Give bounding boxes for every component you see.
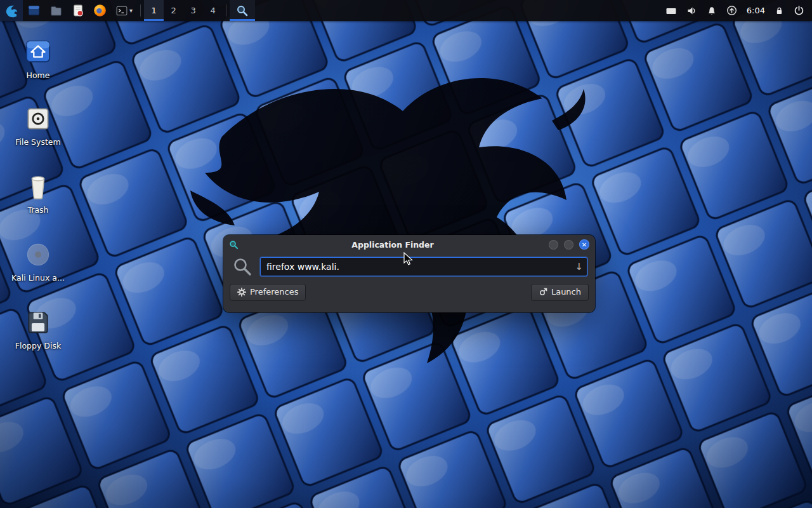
launcher-file-browser[interactable] [45,0,67,21]
folder-icon [49,4,63,17]
volume-icon[interactable] [686,6,697,16]
search-input[interactable] [260,257,587,276]
text-editor-icon [72,4,84,17]
titlebar[interactable]: Application Finder ✕ [223,235,595,254]
launcher-firefox[interactable] [89,0,111,21]
desktop-icon-floppy-disk[interactable]: Floppy Disk [8,309,69,351]
close-button[interactable]: ✕ [579,239,589,250]
terminal-dropdown-chevron-icon[interactable]: ▾ [129,7,133,14]
panel-tray: 6:04 [665,0,812,21]
kali-menu-icon [4,3,19,18]
minimize-button[interactable] [549,240,558,250]
floppy-disk-icon [24,309,52,337]
preferences-button-label: Preferences [250,287,298,298]
applications-menu-button[interactable] [0,0,23,21]
search-row: ↓ [223,254,595,276]
gear-icon [237,288,246,297]
desktop-icon-label: Home [27,70,50,80]
keyboard-layout-icon[interactable] [665,6,677,16]
preferences-button[interactable]: Preferences [230,284,306,301]
application-finder-window: Application Finder ✕ ↓ [223,235,595,312]
panel-separator [226,4,226,17]
desktop-icon-kali-volume[interactable]: Kali Linux a... [8,241,69,283]
clock[interactable]: 6:04 [747,6,765,15]
desktop-icon-file-system[interactable]: File System [8,105,69,147]
launcher-text-editor[interactable] [67,0,89,21]
desktop-icon-label: Floppy Disk [15,341,61,351]
launcher-terminal[interactable]: ▾ [111,0,137,21]
home-folder-icon [23,37,53,66]
kali-volume-icon [24,241,52,269]
desktop-icon-label: Trash [27,205,48,215]
panel-separator [140,4,141,17]
file-manager-icon [27,4,41,17]
input-dropdown-arrow-icon[interactable]: ↓ [575,262,583,272]
desktop-icon-home[interactable]: Home [8,37,69,80]
desktop-icon-label: File System [15,137,61,147]
power-logout-icon[interactable] [794,5,804,16]
terminal-icon [115,4,128,17]
top-panel: ▾ 1 2 3 4 [0,0,812,21]
window-icon-magnifier [229,240,239,250]
window-controls: ✕ [549,239,589,250]
firefox-icon [93,4,107,17]
workspace-3[interactable]: 3 [183,0,203,21]
updates-status-icon[interactable] [726,5,737,16]
trash-icon [25,173,51,201]
notifications-bell-icon[interactable] [707,6,717,16]
taskbar-application-finder[interactable] [230,0,255,21]
file-system-drive-icon [24,105,52,133]
desktop-icon-trash[interactable]: Trash [8,173,69,215]
workspace-4[interactable]: 4 [203,0,223,21]
window-title: Application Finder [249,240,537,250]
launch-button-label: Launch [551,287,581,298]
launch-icon [539,288,547,297]
maximize-button[interactable] [564,240,573,250]
lock-screen-icon[interactable] [775,6,784,16]
search-input-wrap: ↓ [260,257,587,276]
search-icon [233,257,252,276]
launcher-file-manager[interactable] [23,0,45,21]
button-row: Preferences Launch [223,276,595,301]
launch-button[interactable]: Launch [531,284,589,301]
workspace-1[interactable]: 1 [144,0,164,21]
application-finder-taskbar-icon [236,4,249,17]
workspace-2[interactable]: 2 [164,0,183,21]
desktop-icon-label: Kali Linux a... [11,273,65,283]
panel-left: ▾ 1 2 3 4 [0,0,255,21]
